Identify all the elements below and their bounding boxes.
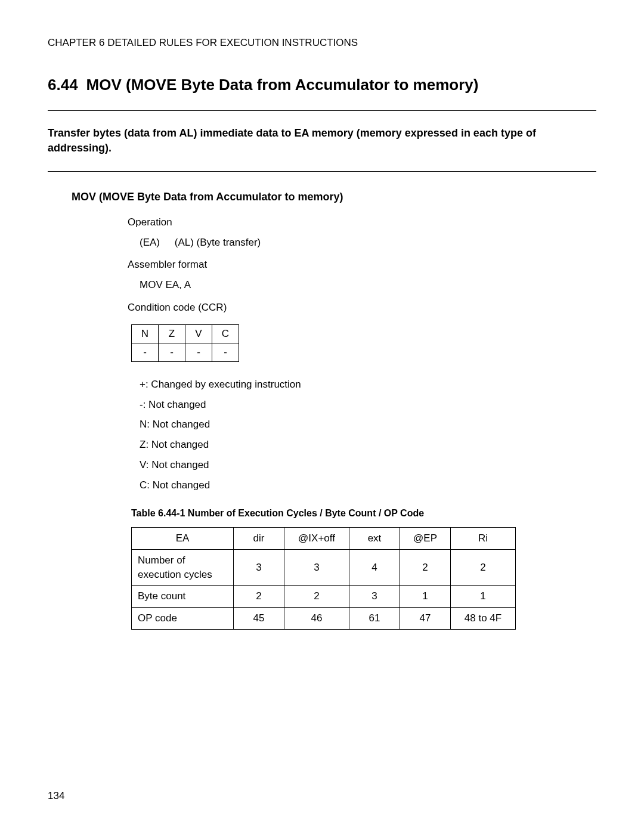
exec-cell: 3 — [349, 586, 400, 608]
summary-text: Transfer bytes (data from AL) immediate … — [48, 126, 596, 156]
legend-item: N: Not changed — [140, 417, 596, 432]
ccr-header-c: C — [212, 324, 239, 343]
subheading: MOV (MOVE Byte Data from Accumulator to … — [72, 190, 596, 205]
chapter-header: CHAPTER 6 DETAILED RULES FOR EXECUTION I… — [48, 36, 596, 50]
divider-top — [48, 110, 596, 111]
exec-cell: 4 — [349, 549, 400, 586]
section-title: 6.44MOV (MOVE Byte Data from Accumulator… — [48, 74, 596, 95]
exec-col-ea: EA — [132, 527, 234, 549]
exec-cell: 1 — [451, 586, 516, 608]
assembler-line: MOV EA, A — [140, 278, 596, 292]
exec-cell: 2 — [400, 549, 451, 586]
section-number: 6.44 — [48, 76, 78, 94]
ccr-value-c: - — [212, 343, 239, 361]
section-title-text: MOV (MOVE Byte Data from Accumulator to … — [86, 76, 479, 94]
legend: +: Changed by executing instruction -: N… — [140, 377, 596, 493]
legend-item: -: Not changed — [140, 398, 596, 412]
exec-cell: 47 — [400, 608, 451, 630]
exec-col-dir: dir — [234, 527, 284, 549]
divider-bottom — [48, 171, 596, 172]
condition-code-label: Condition code (CCR) — [128, 301, 596, 315]
exec-cell: 3 — [284, 549, 349, 586]
exec-cell: 45 — [234, 608, 284, 630]
exec-cell: 61 — [349, 608, 400, 630]
table-caption: Table 6.44-1 Number of Execution Cycles … — [131, 507, 596, 520]
ccr-value-n: - — [132, 343, 159, 361]
legend-item: Z: Not changed — [140, 438, 596, 452]
exec-row-label: OP code — [132, 608, 234, 630]
ccr-header-n: N — [132, 324, 159, 343]
exec-table: EA dir @IX+off ext @EP Ri Number of exec… — [131, 527, 516, 630]
legend-item: +: Changed by executing instruction — [140, 377, 596, 392]
exec-cell: 46 — [284, 608, 349, 630]
exec-cell: 2 — [284, 586, 349, 608]
operation-rhs: (AL) (Byte transfer) — [175, 237, 261, 248]
exec-row-label: Number of execution cycles — [132, 549, 234, 586]
exec-col-ixoff: @IX+off — [284, 527, 349, 549]
exec-cell: 2 — [451, 549, 516, 586]
ccr-table: N Z V C - - - - — [131, 324, 239, 362]
exec-cell: 1 — [400, 586, 451, 608]
operation-lhs: (EA) — [140, 236, 172, 250]
legend-item: V: Not changed — [140, 458, 596, 472]
exec-col-ext: ext — [349, 527, 400, 549]
ccr-header-z: Z — [159, 324, 185, 343]
ccr-header-v: V — [185, 324, 212, 343]
operation-line: (EA) (AL) (Byte transfer) — [140, 236, 596, 250]
assembler-format-label: Assembler format — [128, 258, 596, 272]
exec-col-ep: @EP — [400, 527, 451, 549]
exec-cell: 48 to 4F — [451, 608, 516, 630]
ccr-value-v: - — [185, 343, 212, 361]
exec-row-label: Byte count — [132, 586, 234, 608]
operation-label: Operation — [128, 215, 596, 230]
exec-cell: 2 — [234, 586, 284, 608]
legend-item: C: Not changed — [140, 478, 596, 493]
ccr-value-z: - — [159, 343, 185, 361]
exec-cell: 3 — [234, 549, 284, 586]
exec-col-ri: Ri — [451, 527, 516, 549]
